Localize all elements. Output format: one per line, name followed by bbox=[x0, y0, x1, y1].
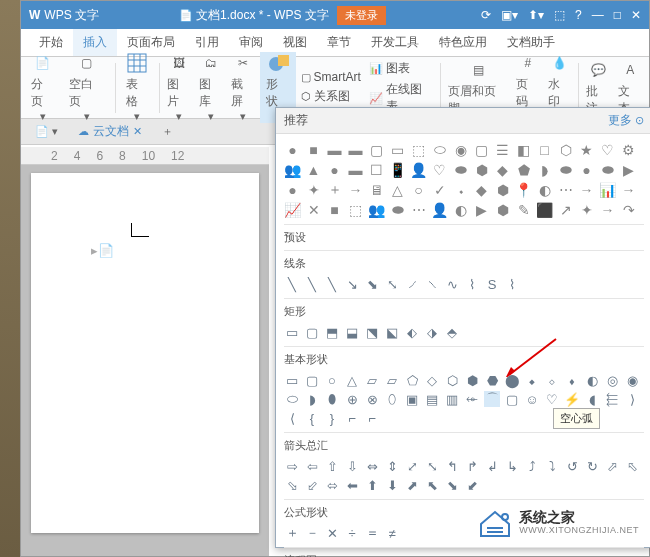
login-status[interactable]: 未登录 bbox=[337, 6, 386, 25]
text-cursor bbox=[131, 223, 149, 237]
svg-rect-0 bbox=[128, 54, 146, 72]
dd-recommend: 推荐 bbox=[284, 112, 308, 129]
dd-more[interactable]: 更多 ⊙ bbox=[608, 112, 644, 129]
app-logo: W bbox=[29, 8, 40, 22]
help-icon[interactable]: ? bbox=[575, 8, 582, 22]
btn-chart[interactable]: 📊 图表 bbox=[366, 59, 436, 78]
shapes-dropdown: 推荐 更多 ⊙ ●■▬▬▢▭⬚⬭◉▢☰◧□⬡★♡⚙ 👥▲●▬☐📱👤♡⬬⬢◆⬟◗⬬… bbox=[275, 107, 650, 548]
doc-title: 📄 文档1.docx * - WPS 文字 bbox=[179, 7, 329, 24]
minimize-icon[interactable]: — bbox=[592, 8, 604, 22]
sect-preset: 预设 bbox=[284, 224, 644, 247]
grid-recommend: ●■▬▬▢▭⬚⬭◉▢☰◧□⬡★♡⚙ 👥▲●▬☐📱👤♡⬬⬢◆⬟◗⬬●⬬▶ ●✦＋→… bbox=[284, 138, 644, 221]
document-area: 24681012 ▸📄 bbox=[21, 147, 269, 556]
insert-marker: ▸📄 bbox=[91, 243, 114, 258]
btn-table[interactable]: 表格▾ bbox=[120, 52, 156, 123]
tab-doc1[interactable]: 📄 ▾ bbox=[25, 122, 68, 141]
grid-rect: ▭▢⬒⬓⬔⬕⬖⬗⬘ bbox=[284, 321, 644, 343]
sect-arrows: 箭头总汇 bbox=[284, 432, 644, 455]
svg-rect-6 bbox=[278, 55, 289, 66]
tab-cloud[interactable]: ☁ 云文档 ✕ bbox=[68, 120, 152, 143]
btn-page-break[interactable]: 📄分页▾ bbox=[25, 52, 61, 123]
btn-smartart[interactable]: ▢ SmartArt bbox=[298, 69, 364, 85]
menu-special[interactable]: 特色应用 bbox=[429, 29, 497, 56]
sync-icon[interactable]: ⟳ bbox=[481, 8, 491, 22]
export-icon[interactable]: ⬆▾ bbox=[528, 8, 544, 22]
btn-gallery[interactable]: 🗂图库▾ bbox=[196, 52, 226, 123]
title-bar: W WPS 文字 📄 文档1.docx * - WPS 文字 未登录 ⟳ ▣▾ … bbox=[21, 1, 649, 29]
close-icon[interactable]: ✕ bbox=[631, 8, 641, 22]
grid-arrows: ⇨⇦⇧⇩⇔⇕⤢⤡↰↱↲↳⤴⤵↺↻ ⬀⬁⬂⬃⬄⬅⬆⬇⬈⬉⬊⬋ bbox=[284, 455, 644, 496]
menu-dev[interactable]: 开发工具 bbox=[361, 29, 429, 56]
menu-section[interactable]: 章节 bbox=[317, 29, 361, 56]
btn-blank-page[interactable]: ▢空白页▾ bbox=[63, 52, 111, 123]
sect-lines: 线条 bbox=[284, 250, 644, 273]
sect-rect: 矩形 bbox=[284, 298, 644, 321]
page-canvas[interactable]: ▸📄 bbox=[31, 173, 259, 533]
sect-flowchart: 流程图 bbox=[284, 547, 644, 557]
maximize-icon[interactable]: □ bbox=[614, 8, 621, 22]
svg-point-9 bbox=[502, 514, 508, 520]
ruler: 24681012 bbox=[21, 147, 269, 165]
sect-basic: 基本形状 bbox=[284, 346, 644, 369]
site-watermark: 系统之家WWW.XITONGZHIJIA.NET bbox=[477, 508, 639, 538]
shape-tooltip: 空心弧 bbox=[553, 408, 600, 429]
app-name: WPS 文字 bbox=[44, 7, 99, 24]
open-icon[interactable]: ⬚ bbox=[554, 8, 565, 22]
btn-picture[interactable]: 🖼图片▾ bbox=[164, 52, 194, 123]
btn-relation[interactable]: ⬡ 关系图 bbox=[298, 87, 364, 106]
tab-add[interactable]: ＋ bbox=[152, 121, 183, 142]
btn-screenshot[interactable]: ✂截屏▾ bbox=[228, 52, 258, 123]
grid-lines: ╲╲╲↘⬊⤡⟋⟍∿⌇S⌇ bbox=[284, 273, 644, 295]
share-icon[interactable]: ▣▾ bbox=[501, 8, 518, 22]
